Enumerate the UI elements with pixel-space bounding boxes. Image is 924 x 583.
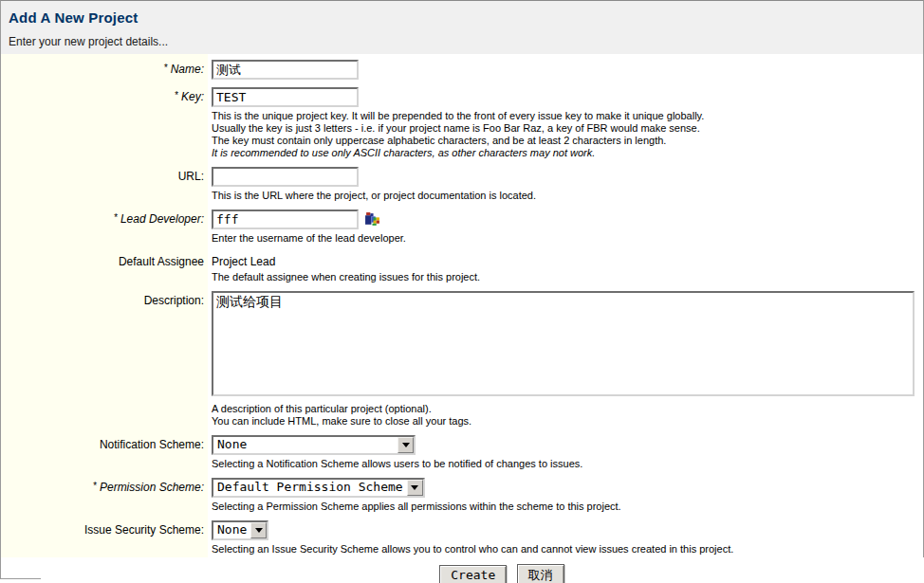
user-picker-icon[interactable] [364, 211, 380, 228]
notification-scheme-selected: None [213, 437, 397, 453]
notification-scheme-select[interactable]: None [212, 435, 416, 455]
lead-developer-help: Enter the username of the lead developer… [212, 232, 915, 245]
create-button[interactable]: Create [439, 565, 507, 583]
form-row-description: Description: 测试给项目 A description of this… [1, 285, 923, 429]
url-input[interactable] [212, 167, 359, 187]
key-label: * Key: [1, 82, 208, 161]
lead-developer-label: * Lead Developer: [1, 204, 208, 246]
required-marker: * [93, 481, 97, 491]
url-label: URL: [1, 161, 208, 204]
permission-scheme-label: * Permission Scheme: [1, 472, 208, 515]
description-label: Description: [1, 285, 208, 429]
name-label: * Name: [1, 54, 208, 82]
form-row-default-assignee: Default Assignee Project Lead The defaul… [1, 246, 923, 285]
dropdown-button[interactable] [397, 437, 414, 453]
default-assignee-label: Default Assignee [1, 246, 208, 285]
dropdown-button[interactable] [407, 480, 423, 496]
issue-security-scheme-help: Selecting an Issue Security Scheme allow… [212, 543, 915, 556]
cancel-button[interactable]: 取消 [517, 564, 564, 583]
description-textarea[interactable]: 测试给项目 [212, 291, 915, 396]
notification-scheme-label: Notification Scheme: [1, 429, 208, 472]
dropdown-button[interactable] [250, 522, 267, 538]
key-input[interactable] [212, 87, 359, 107]
form-row-notification-scheme: Notification Scheme: None Selecting a No… [1, 429, 923, 472]
form-row-lead-developer: * Lead Developer: [1, 204, 923, 246]
chevron-down-icon [402, 443, 410, 447]
notification-scheme-help: Selecting a Notification Scheme allows u… [212, 458, 915, 470]
required-marker: * [163, 63, 167, 73]
form-row-name: * Name: [1, 54, 923, 82]
issue-security-scheme-select[interactable]: None [212, 520, 268, 540]
page-subtitle: Enter your new project details... [9, 35, 923, 48]
form-row-permission-scheme: * Permission Scheme: Default Permission … [1, 472, 923, 515]
page-title: Add A New Project [9, 9, 923, 26]
add-project-page: Add A New Project Enter your new project… [0, 0, 924, 579]
default-assignee-help: The default assignee when creating issue… [212, 271, 915, 283]
description-help: A description of this particular project… [212, 403, 915, 428]
permission-scheme-select[interactable]: Default Permission Scheme [212, 478, 425, 498]
form-row-issue-security-scheme: Issue Security Scheme: None Selecting an… [1, 515, 923, 557]
lead-developer-input[interactable] [212, 210, 359, 229]
issue-security-scheme-selected: None [213, 522, 250, 538]
permission-scheme-help: Selecting a Permission Scheme applies al… [212, 501, 915, 513]
permission-scheme-selected: Default Permission Scheme [213, 480, 407, 496]
default-assignee-value: Project Lead [212, 252, 915, 268]
form-actions: Create 取消 [41, 557, 924, 583]
chevron-down-icon [411, 485, 418, 490]
page-header: Add A New Project Enter your new project… [1, 1, 923, 54]
url-help: This is the URL where the project, or pr… [212, 190, 915, 202]
form-row-url: URL: This is the URL where the project, … [1, 161, 923, 204]
required-marker: * [175, 90, 178, 100]
required-marker: * [114, 212, 118, 223]
form-row-key: * Key: This is the unique project key. I… [1, 82, 923, 161]
key-help: This is the unique project key. It will … [212, 110, 915, 159]
name-input[interactable] [212, 60, 359, 80]
chevron-down-icon [255, 528, 263, 533]
issue-security-scheme-label: Issue Security Scheme: [1, 515, 208, 557]
